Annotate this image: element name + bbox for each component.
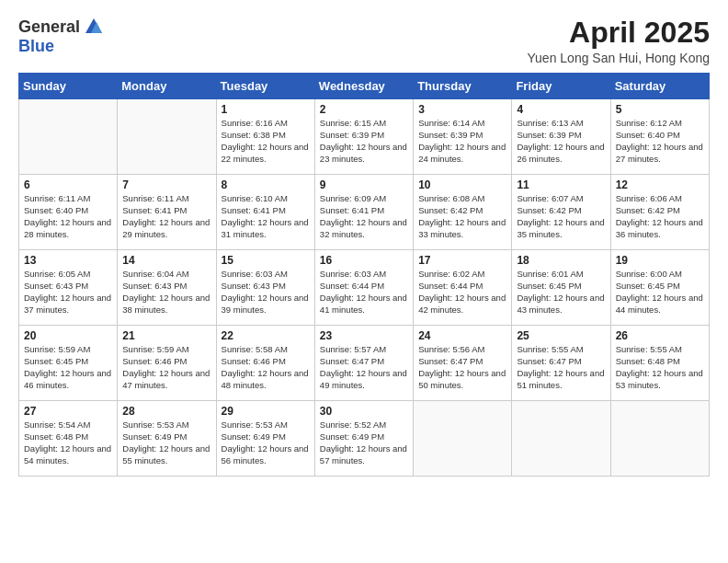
calendar-cell: 14Sunrise: 6:04 AM Sunset: 6:43 PM Dayli… — [118, 250, 216, 326]
calendar-cell: 17Sunrise: 6:02 AM Sunset: 6:44 PM Dayli… — [414, 250, 512, 326]
day-number: 7 — [122, 178, 210, 191]
header: General Blue April 2025 Yuen Long San Hu… — [18, 17, 710, 65]
calendar-cell — [610, 401, 709, 477]
day-number: 17 — [418, 254, 506, 267]
day-number: 5 — [616, 103, 704, 116]
day-info: Sunrise: 6:13 AM Sunset: 6:39 PM Dayligh… — [517, 118, 605, 165]
day-info: Sunrise: 5:56 AM Sunset: 6:47 PM Dayligh… — [418, 344, 506, 391]
day-number: 11 — [517, 178, 605, 191]
calendar-cell: 18Sunrise: 6:01 AM Sunset: 6:45 PM Dayli… — [512, 250, 610, 326]
day-info: Sunrise: 6:03 AM Sunset: 6:43 PM Dayligh… — [222, 269, 310, 316]
day-info: Sunrise: 5:55 AM Sunset: 6:48 PM Dayligh… — [616, 344, 704, 391]
calendar-cell — [512, 401, 610, 477]
day-info: Sunrise: 6:00 AM Sunset: 6:45 PM Dayligh… — [616, 269, 704, 316]
calendar-cell — [118, 99, 216, 175]
calendar-cell: 30Sunrise: 5:52 AM Sunset: 6:49 PM Dayli… — [314, 401, 413, 477]
logo: General Blue — [18, 17, 104, 56]
calendar-cell: 28Sunrise: 5:53 AM Sunset: 6:49 PM Dayli… — [118, 401, 216, 477]
day-number: 29 — [222, 405, 310, 418]
calendar-cell: 9Sunrise: 6:09 AM Sunset: 6:41 PM Daylig… — [314, 175, 413, 250]
calendar-cell: 20Sunrise: 5:59 AM Sunset: 6:45 PM Dayli… — [19, 326, 118, 401]
day-number: 2 — [320, 103, 408, 116]
calendar-cell: 4Sunrise: 6:13 AM Sunset: 6:39 PM Daylig… — [512, 99, 610, 175]
weekday-header-tuesday: Tuesday — [216, 74, 314, 99]
day-number: 20 — [24, 329, 112, 342]
calendar-cell: 21Sunrise: 5:59 AM Sunset: 6:46 PM Dayli… — [118, 326, 216, 401]
calendar-cell — [19, 99, 118, 175]
location: Yuen Long San Hui, Hong Kong — [528, 51, 711, 65]
weekday-header-wednesday: Wednesday — [314, 74, 413, 99]
day-info: Sunrise: 5:57 AM Sunset: 6:47 PM Dayligh… — [320, 344, 408, 391]
day-number: 26 — [616, 329, 704, 342]
weekday-header-monday: Monday — [118, 74, 216, 99]
calendar-cell — [414, 401, 512, 477]
calendar-cell: 23Sunrise: 5:57 AM Sunset: 6:47 PM Dayli… — [314, 326, 413, 401]
day-info: Sunrise: 5:53 AM Sunset: 6:49 PM Dayligh… — [222, 419, 310, 466]
day-info: Sunrise: 6:11 AM Sunset: 6:40 PM Dayligh… — [24, 193, 112, 240]
logo-icon — [84, 17, 104, 37]
day-number: 14 — [122, 254, 210, 267]
title-section: April 2025 Yuen Long San Hui, Hong Kong — [528, 17, 711, 65]
day-number: 13 — [24, 254, 112, 267]
weekday-header-saturday: Saturday — [610, 74, 709, 99]
day-number: 24 — [418, 329, 506, 342]
calendar-cell: 1Sunrise: 6:16 AM Sunset: 6:38 PM Daylig… — [216, 99, 314, 175]
calendar-cell: 5Sunrise: 6:12 AM Sunset: 6:40 PM Daylig… — [610, 99, 709, 175]
day-info: Sunrise: 5:59 AM Sunset: 6:45 PM Dayligh… — [24, 344, 112, 391]
weekday-header-row: SundayMondayTuesdayWednesdayThursdayFrid… — [19, 74, 710, 99]
calendar-cell: 11Sunrise: 6:07 AM Sunset: 6:42 PM Dayli… — [512, 175, 610, 250]
day-info: Sunrise: 6:08 AM Sunset: 6:42 PM Dayligh… — [418, 193, 506, 240]
day-info: Sunrise: 6:03 AM Sunset: 6:44 PM Dayligh… — [320, 269, 408, 316]
day-info: Sunrise: 6:06 AM Sunset: 6:42 PM Dayligh… — [616, 193, 704, 240]
day-info: Sunrise: 6:09 AM Sunset: 6:41 PM Dayligh… — [320, 193, 408, 240]
day-info: Sunrise: 5:55 AM Sunset: 6:47 PM Dayligh… — [517, 344, 605, 391]
calendar-cell: 13Sunrise: 6:05 AM Sunset: 6:43 PM Dayli… — [19, 250, 118, 326]
calendar-cell: 7Sunrise: 6:11 AM Sunset: 6:41 PM Daylig… — [118, 175, 216, 250]
calendar-cell: 24Sunrise: 5:56 AM Sunset: 6:47 PM Dayli… — [414, 326, 512, 401]
weekday-header-friday: Friday — [512, 74, 610, 99]
day-number: 21 — [122, 329, 210, 342]
calendar-cell: 6Sunrise: 6:11 AM Sunset: 6:40 PM Daylig… — [19, 175, 118, 250]
day-number: 22 — [222, 329, 310, 342]
weekday-header-thursday: Thursday — [414, 74, 512, 99]
calendar-week-row: 20Sunrise: 5:59 AM Sunset: 6:45 PM Dayli… — [19, 326, 710, 401]
day-number: 23 — [320, 329, 408, 342]
calendar-cell: 8Sunrise: 6:10 AM Sunset: 6:41 PM Daylig… — [216, 175, 314, 250]
day-number: 9 — [320, 178, 408, 191]
day-info: Sunrise: 5:58 AM Sunset: 6:46 PM Dayligh… — [222, 344, 310, 391]
day-info: Sunrise: 6:07 AM Sunset: 6:42 PM Dayligh… — [517, 193, 605, 240]
calendar-cell: 26Sunrise: 5:55 AM Sunset: 6:48 PM Dayli… — [610, 326, 709, 401]
day-number: 8 — [222, 178, 310, 191]
page: General Blue April 2025 Yuen Long San Hu… — [0, 0, 728, 563]
day-number: 25 — [517, 329, 605, 342]
month-title: April 2025 — [528, 17, 711, 49]
day-info: Sunrise: 5:54 AM Sunset: 6:48 PM Dayligh… — [24, 419, 112, 466]
calendar-cell: 19Sunrise: 6:00 AM Sunset: 6:45 PM Dayli… — [610, 250, 709, 326]
day-number: 16 — [320, 254, 408, 267]
calendar-cell: 2Sunrise: 6:15 AM Sunset: 6:39 PM Daylig… — [314, 99, 413, 175]
calendar-cell: 12Sunrise: 6:06 AM Sunset: 6:42 PM Dayli… — [610, 175, 709, 250]
calendar-table: SundayMondayTuesdayWednesdayThursdayFrid… — [18, 73, 710, 477]
calendar-cell: 10Sunrise: 6:08 AM Sunset: 6:42 PM Dayli… — [414, 175, 512, 250]
calendar-week-row: 13Sunrise: 6:05 AM Sunset: 6:43 PM Dayli… — [19, 250, 710, 326]
calendar-cell: 27Sunrise: 5:54 AM Sunset: 6:48 PM Dayli… — [19, 401, 118, 477]
day-number: 3 — [418, 103, 506, 116]
day-number: 18 — [517, 254, 605, 267]
day-info: Sunrise: 6:01 AM Sunset: 6:45 PM Dayligh… — [517, 269, 605, 316]
day-info: Sunrise: 6:10 AM Sunset: 6:41 PM Dayligh… — [222, 193, 310, 240]
calendar-week-row: 6Sunrise: 6:11 AM Sunset: 6:40 PM Daylig… — [19, 175, 710, 250]
day-info: Sunrise: 5:53 AM Sunset: 6:49 PM Dayligh… — [122, 419, 210, 466]
day-number: 4 — [517, 103, 605, 116]
day-number: 1 — [222, 103, 310, 116]
day-info: Sunrise: 5:52 AM Sunset: 6:49 PM Dayligh… — [320, 419, 408, 466]
calendar-cell: 25Sunrise: 5:55 AM Sunset: 6:47 PM Dayli… — [512, 326, 610, 401]
day-info: Sunrise: 6:11 AM Sunset: 6:41 PM Dayligh… — [122, 193, 210, 240]
logo-general-text: General — [18, 17, 80, 37]
logo-blue-text: Blue — [18, 37, 54, 56]
day-info: Sunrise: 6:14 AM Sunset: 6:39 PM Dayligh… — [418, 118, 506, 165]
day-info: Sunrise: 5:59 AM Sunset: 6:46 PM Dayligh… — [122, 344, 210, 391]
day-number: 15 — [222, 254, 310, 267]
day-number: 27 — [24, 405, 112, 418]
day-info: Sunrise: 6:05 AM Sunset: 6:43 PM Dayligh… — [24, 269, 112, 316]
calendar-cell: 15Sunrise: 6:03 AM Sunset: 6:43 PM Dayli… — [216, 250, 314, 326]
